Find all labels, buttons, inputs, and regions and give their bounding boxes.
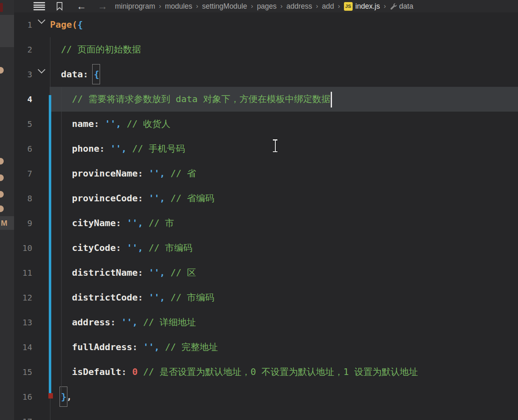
back-arrow-icon[interactable]: ← <box>74 0 89 12</box>
code-token: // 是否设置为默认地址，0 不设置为默认地址，1 设置为默认地址 <box>143 367 418 377</box>
code-token: address <box>72 317 110 327</box>
line-number-7[interactable]: 7 <box>14 161 32 186</box>
code-line-14: 14 fullAddress: '', // 完整地址 <box>14 335 518 360</box>
code-token: : <box>138 267 143 278</box>
code-text-line-5[interactable]: name: '', // 收货人 <box>50 112 518 136</box>
forward-arrow-icon[interactable]: → <box>95 0 110 12</box>
line-number-5[interactable]: 5 <box>14 112 32 136</box>
code-line-5: 5 name: '', // 收货人 <box>14 112 518 136</box>
line-number-8[interactable]: 8 <box>14 186 32 211</box>
code-line-7: 7 provinceName: '', // 省 <box>14 161 518 186</box>
menu-icon[interactable] <box>33 0 46 12</box>
code-token <box>99 119 105 129</box>
code-token: // 页面的初始数据 <box>61 44 141 55</box>
line-number-6[interactable]: 6 <box>14 136 32 161</box>
explorer-selected-row[interactable] <box>0 15 14 47</box>
line-number-13[interactable]: 13 <box>14 310 32 335</box>
explorer-strip: M <box>0 0 14 420</box>
breadcrumb-item-modules[interactable]: modules <box>165 2 192 11</box>
code-token <box>165 193 170 203</box>
code-token <box>143 243 148 253</box>
code-token: '', <box>148 267 165 278</box>
code-token: '', <box>127 218 143 228</box>
matched-bracket: } <box>61 391 67 402</box>
breadcrumb-label: modules <box>165 2 192 11</box>
code-line-16: 16 }, <box>14 384 518 409</box>
line-number-15[interactable]: 15 <box>14 360 32 384</box>
code-text-line-10[interactable]: cityCode: '', // 市编码 <box>50 236 518 260</box>
code-token: : <box>138 292 143 303</box>
code-text-line-7[interactable]: provinceName: '', // 省 <box>50 161 518 186</box>
code-token <box>127 143 132 154</box>
code-text-line-12[interactable]: districtCode: '', // 市编码 <box>50 285 518 310</box>
breadcrumb-item-data[interactable]: data <box>390 2 413 11</box>
line-number-11[interactable]: 11 <box>14 260 32 285</box>
code-token: districtName <box>72 267 138 278</box>
code-token: '', <box>105 119 121 129</box>
code-text-line-17[interactable] <box>50 409 518 420</box>
line-number-10[interactable]: 10 <box>14 236 32 260</box>
code-token <box>143 292 148 303</box>
line-number-17[interactable]: 17 <box>14 409 32 420</box>
code-token <box>121 119 127 129</box>
code-token <box>165 267 170 278</box>
breadcrumb-label: address <box>286 2 312 11</box>
code-token: // 详细地址 <box>143 317 196 327</box>
code-text-line-2[interactable]: // 页面的初始数据 <box>50 37 518 62</box>
code-token: { <box>77 19 83 30</box>
explorer-modified-dot-icon <box>0 174 4 181</box>
code-text-line-14[interactable]: fullAddress: '', // 完整地址 <box>50 335 518 360</box>
gutter-red-mark <box>48 393 53 399</box>
bookmark-icon[interactable] <box>54 0 65 12</box>
code-text-line-6[interactable]: phone: '', // 手机号码 <box>50 136 518 161</box>
code-text-line-13[interactable]: address: '', // 详细地址 <box>50 310 518 335</box>
explorer-red-marker <box>0 3 3 12</box>
code-token: '', <box>110 143 127 154</box>
code-token: // 区 <box>170 267 196 278</box>
code-text-line-9[interactable]: cityName: '', // 市 <box>50 211 518 236</box>
code-line-4: 4 // 需要将请求参数放到 data 对象下，方便在模板中绑定数据 <box>14 87 518 112</box>
code-text-line-4[interactable]: // 需要将请求参数放到 data 对象下，方便在模板中绑定数据 <box>50 87 518 112</box>
line-number-3[interactable]: 3 <box>14 62 32 87</box>
fold-chevron-down-icon[interactable] <box>38 16 45 24</box>
line-number-2[interactable]: 2 <box>14 37 32 62</box>
breadcrumb-item-address[interactable]: address <box>286 2 312 11</box>
breadcrumb-item-add[interactable]: add <box>322 2 334 11</box>
breadcrumb-separator: › <box>196 2 198 10</box>
explorer-modified-dot-icon <box>0 158 4 165</box>
code-token: data <box>61 69 83 79</box>
wrench-icon <box>390 3 397 10</box>
code-text-line-1[interactable]: Page({ <box>50 12 518 37</box>
code-text-line-16[interactable]: }, <box>50 384 518 409</box>
line-number-1[interactable]: 1 <box>14 12 32 37</box>
line-number-14[interactable]: 14 <box>14 335 32 360</box>
code-token <box>160 342 165 352</box>
code-text-line-8[interactable]: provinceCode: '', // 省编码 <box>50 186 518 211</box>
explorer-modified-dot-icon <box>0 191 4 198</box>
code-text-line-3[interactable]: data: { <box>50 62 518 87</box>
text-caret <box>331 92 332 107</box>
line-number-12[interactable]: 12 <box>14 285 32 310</box>
code-token: '', <box>127 243 143 253</box>
breadcrumb-label: pages <box>257 2 277 11</box>
code-text-line-15[interactable]: isDefault: 0 // 是否设置为默认地址，0 不设置为默认地址，1 设… <box>50 360 518 384</box>
line-number-16[interactable]: 16 <box>14 384 32 409</box>
breadcrumb-label: settingModule <box>202 2 247 11</box>
code-token: // 需要将请求参数放到 data 对象下，方便在模板中绑定数据 <box>72 94 330 104</box>
code-token <box>105 143 110 154</box>
code-token: : <box>110 317 116 327</box>
breadcrumb-item-miniprogram[interactable]: miniprogram <box>115 2 155 11</box>
code-token: // 省编码 <box>170 193 214 203</box>
breadcrumb-item-pages[interactable]: pages <box>257 2 277 11</box>
line-number-4[interactable]: 4 <box>14 87 32 112</box>
code-editor[interactable]: 1Page({2 // 页面的初始数据3 data: {4 // 需要将请求参数… <box>14 12 518 420</box>
code-token: fullAddress <box>72 342 132 352</box>
breadcrumb-item-index-js[interactable]: JSindex.js <box>344 2 380 11</box>
code-text-line-11[interactable]: districtName: '', // 区 <box>50 260 518 285</box>
fold-chevron-down-icon[interactable] <box>38 66 45 73</box>
breadcrumb-item-settingModule[interactable]: settingModule <box>202 2 247 11</box>
code-line-9: 9 cityName: '', // 市 <box>14 211 518 236</box>
breadcrumb-bar: ← → miniprogram›modules›settingModule›pa… <box>14 0 518 12</box>
code-token: phone <box>72 143 99 154</box>
line-number-9[interactable]: 9 <box>14 211 32 236</box>
